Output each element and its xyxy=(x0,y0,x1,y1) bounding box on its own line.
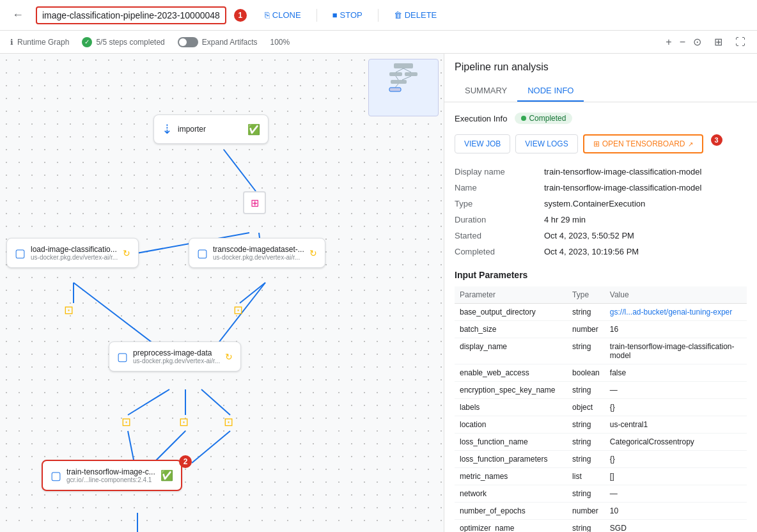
train-title: train-tensorflow-image-c... xyxy=(66,467,155,476)
badge-3: 3 xyxy=(711,134,722,146)
param-type: string xyxy=(567,416,605,434)
node-info-content: Execution Info Completed VIEW JOB VIEW L… xyxy=(444,102,757,532)
artifact-pre-2: ⊡ xyxy=(179,415,189,429)
param-name: metric_names xyxy=(455,468,567,485)
pipeline-canvas[interactable]: ⇣ importer ✅ ⊞ ▢ load-image-classificati… xyxy=(0,54,444,532)
view-logs-button[interactable]: VIEW LOGS xyxy=(515,134,577,153)
svg-rect-17 xyxy=(391,80,407,84)
param-row: locationstringus-central1 xyxy=(455,416,747,434)
svg-rect-15 xyxy=(389,72,402,76)
expand-artifacts-toggle[interactable] xyxy=(178,37,198,47)
zoom-in-button[interactable]: + xyxy=(664,35,673,49)
svg-line-0 xyxy=(224,150,256,191)
artifact-pre-1-icon: ⊡ xyxy=(121,415,131,429)
connector-node: ⊞ xyxy=(243,191,266,214)
svg-line-7 xyxy=(128,389,169,415)
param-type: boolean xyxy=(567,364,605,382)
preprocess-subtitle: us-docker.pkg.dev/vertex-ai/r... xyxy=(133,357,220,364)
transcode-icon: ▢ xyxy=(197,246,208,260)
transcode-refresh-icon: ↻ xyxy=(309,248,317,258)
param-value[interactable]: gs://l...ad-bucket/genai-tuning-exper xyxy=(605,304,747,321)
mini-map[interactable] xyxy=(368,59,439,116)
back-button[interactable]: ← xyxy=(8,5,28,26)
params-header-row: Parameter Type Value xyxy=(455,286,747,304)
artifact-pre-3: ⊡ xyxy=(224,415,233,429)
zoom-reset-button[interactable]: ⊙ xyxy=(692,35,703,49)
grid-view-button[interactable]: ⊞ xyxy=(713,35,724,49)
param-value: SGD xyxy=(605,520,747,533)
stop-button[interactable]: ■ STOP xyxy=(327,8,368,22)
param-name: location xyxy=(455,416,567,434)
artifact-pre-3-icon: ⊡ xyxy=(224,415,233,429)
col-type: Type xyxy=(567,286,605,304)
preprocess-node[interactable]: ▢ preprocess-image-data us-docker.pkg.de… xyxy=(109,341,241,372)
importer-download-icon: ⇣ xyxy=(162,121,173,137)
param-type: string xyxy=(567,485,605,503)
clone-button[interactable]: ⎘ CLONE xyxy=(260,8,306,22)
param-row: optimizer_namestringSGD xyxy=(455,520,747,533)
load-title: load-image-classificatio... xyxy=(31,245,118,254)
second-bar: ℹ Runtime Graph ✓ 5/5 steps completed Ex… xyxy=(0,31,757,54)
svg-line-5 xyxy=(240,283,265,303)
param-type: string xyxy=(567,520,605,533)
status-dot xyxy=(521,116,526,121)
train-node[interactable]: ▢ train-tensorflow-image-c... gcr.io/...… xyxy=(42,460,182,491)
right-panel-title: Pipeline run analysis xyxy=(455,61,747,73)
connector-icon: ⊞ xyxy=(251,197,259,209)
param-name: loss_function_name xyxy=(455,434,567,451)
artifact-load: ⊡ xyxy=(64,303,74,317)
main-layout: ⇣ importer ✅ ⊞ ▢ load-image-classificati… xyxy=(0,54,757,532)
param-name: optimizer_name xyxy=(455,520,567,533)
param-row: labelsobject{} xyxy=(455,399,747,416)
mini-map-svg xyxy=(371,62,435,113)
svg-rect-18 xyxy=(389,88,401,91)
tab-node-info[interactable]: NODE INFO xyxy=(517,81,584,102)
param-type: number xyxy=(567,321,605,338)
preprocess-refresh-icon: ↻ xyxy=(225,352,233,362)
delete-button[interactable]: 🗑 DELETE xyxy=(389,8,442,22)
param-name: encryption_spec_key_name xyxy=(455,382,567,399)
param-value: — xyxy=(605,382,747,399)
view-job-button[interactable]: VIEW JOB xyxy=(455,134,510,153)
param-name: loss_function_parameters xyxy=(455,451,567,468)
expand-artifacts-item[interactable]: Expand Artifacts xyxy=(178,37,258,47)
transcode-node[interactable]: ▢ transcode-imagedataset-... us-docker.p… xyxy=(189,238,325,268)
steps-check-icon: ✓ xyxy=(82,37,92,47)
svg-rect-14 xyxy=(394,63,413,68)
exec-info-label: Execution Info xyxy=(455,114,507,123)
param-value: {} xyxy=(605,451,747,468)
divider xyxy=(316,9,317,22)
artifact-pre-2-icon: ⊡ xyxy=(179,415,189,429)
param-name: network xyxy=(455,485,567,503)
svg-line-10 xyxy=(128,431,134,463)
importer-node[interactable]: ⇣ importer ✅ xyxy=(153,114,269,144)
zoom-out-button[interactable]: − xyxy=(678,35,687,49)
svg-line-9 xyxy=(201,389,230,415)
param-type: object xyxy=(567,399,605,416)
importer-check-icon: ✅ xyxy=(247,123,260,136)
load-refresh-icon: ↻ xyxy=(123,248,130,258)
train-check-icon: ✅ xyxy=(160,469,173,481)
params-table: Parameter Type Value base_output_directo… xyxy=(455,286,747,532)
fullscreen-button[interactable]: ⛶ xyxy=(734,35,747,49)
col-param: Parameter xyxy=(455,286,567,304)
param-name: display_name xyxy=(455,338,567,364)
train-icon: ▢ xyxy=(51,469,61,483)
load-subtitle: us-docker.pkg.dev/vertex-ai/r... xyxy=(31,254,118,261)
open-tensorboard-button[interactable]: ⊞ OPEN TENSORBOARD ↗ xyxy=(583,134,703,153)
param-value: false xyxy=(605,364,747,382)
load-node[interactable]: ▢ load-image-classificatio... us-docker.… xyxy=(6,238,139,268)
svg-line-20 xyxy=(403,68,411,72)
tab-summary[interactable]: SUMMARY xyxy=(455,81,517,102)
right-panel: Pipeline run analysis SUMMARY NODE INFO … xyxy=(444,54,757,532)
param-value: [] xyxy=(605,468,747,485)
action-buttons: VIEW JOB VIEW LOGS ⊞ OPEN TENSORBOARD ↗ … xyxy=(455,134,747,153)
param-value: CategoricalCrossentropy xyxy=(605,434,747,451)
tabs: SUMMARY NODE INFO xyxy=(455,81,747,102)
details-table: Display name train-tensorflow-image-clas… xyxy=(455,164,747,260)
load-icon: ▢ xyxy=(15,246,26,260)
detail-started: Started Oct 4, 2023, 5:50:52 PM xyxy=(455,228,747,244)
param-row: enable_web_accessbooleanfalse xyxy=(455,364,747,382)
execution-info: Execution Info Completed xyxy=(455,113,747,124)
info-icon: ℹ xyxy=(10,38,13,47)
